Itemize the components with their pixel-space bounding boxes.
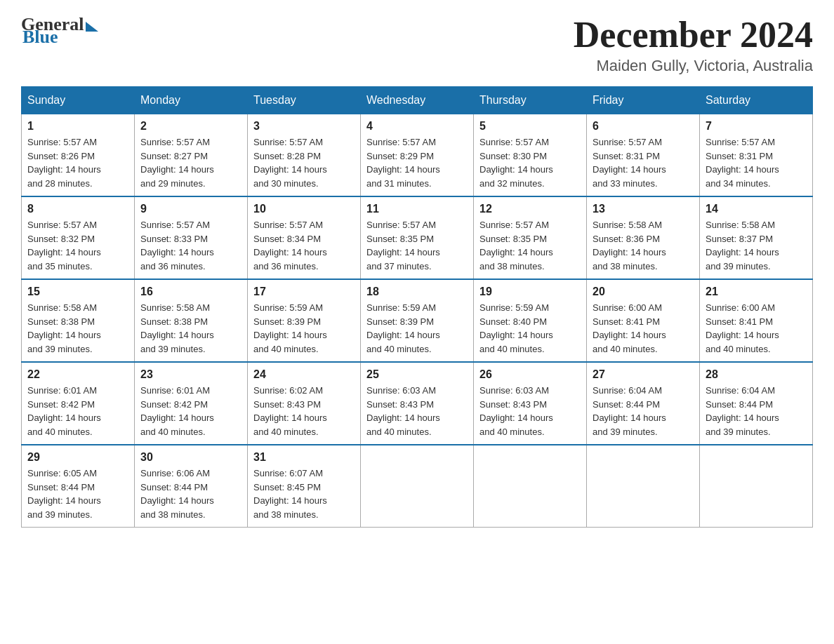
day-number-6: 6 [593, 120, 694, 133]
calendar-table: SundayMondayTuesdayWednesdayThursdayFrid… [21, 86, 813, 528]
day-cell-4: 4Sunrise: 5:57 AMSunset: 8:29 PMDaylight… [361, 114, 474, 197]
day-info-2: Sunrise: 5:57 AMSunset: 8:27 PMDaylight:… [140, 135, 241, 190]
day-info-3: Sunrise: 5:57 AMSunset: 8:28 PMDaylight:… [253, 135, 355, 190]
header-wednesday: Wednesday [361, 87, 474, 114]
day-cell-28: 28Sunrise: 6:04 AMSunset: 8:44 PMDayligh… [700, 362, 813, 445]
day-number-14: 14 [706, 203, 807, 215]
day-cell-27: 27Sunrise: 6:04 AMSunset: 8:44 PMDayligh… [587, 362, 700, 445]
day-number-16: 16 [140, 286, 241, 298]
logo: General Blue [21, 14, 98, 48]
day-info-14: Sunrise: 5:58 AMSunset: 8:37 PMDaylight:… [706, 218, 807, 273]
day-info-13: Sunrise: 5:58 AMSunset: 8:36 PMDaylight:… [593, 218, 694, 273]
day-number-5: 5 [479, 120, 581, 133]
title-area: December 2024 Maiden Gully, Victoria, Au… [574, 14, 813, 75]
header-monday: Monday [135, 87, 248, 114]
calendar-week-1: 1Sunrise: 5:57 AMSunset: 8:26 PMDaylight… [22, 114, 813, 197]
empty-cell [361, 445, 474, 528]
day-number-4: 4 [366, 120, 468, 133]
day-number-22: 22 [27, 368, 128, 381]
day-cell-31: 31Sunrise: 6:07 AMSunset: 8:45 PMDayligh… [248, 445, 361, 528]
day-number-31: 31 [253, 451, 355, 464]
calendar-header-row: SundayMondayTuesdayWednesdayThursdayFrid… [22, 87, 813, 114]
day-number-28: 28 [706, 368, 807, 381]
empty-cell [587, 445, 700, 528]
day-info-27: Sunrise: 6:04 AMSunset: 8:44 PMDaylight:… [593, 384, 694, 438]
day-number-9: 9 [140, 203, 241, 215]
day-cell-10: 10Sunrise: 5:57 AMSunset: 8:34 PMDayligh… [248, 196, 361, 279]
day-cell-11: 11Sunrise: 5:57 AMSunset: 8:35 PMDayligh… [361, 196, 474, 279]
day-cell-14: 14Sunrise: 5:58 AMSunset: 8:37 PMDayligh… [700, 196, 813, 279]
empty-cell [474, 445, 587, 528]
month-title: December 2024 [574, 14, 813, 55]
calendar-week-4: 22Sunrise: 6:01 AMSunset: 8:42 PMDayligh… [22, 362, 813, 445]
day-info-23: Sunrise: 6:01 AMSunset: 8:42 PMDaylight:… [140, 384, 241, 438]
header-friday: Friday [587, 87, 700, 114]
day-number-30: 30 [140, 451, 241, 464]
day-cell-16: 16Sunrise: 5:58 AMSunset: 8:38 PMDayligh… [135, 279, 248, 362]
day-cell-12: 12Sunrise: 5:57 AMSunset: 8:35 PMDayligh… [474, 196, 587, 279]
day-cell-30: 30Sunrise: 6:06 AMSunset: 8:44 PMDayligh… [135, 445, 248, 528]
day-number-26: 26 [479, 368, 581, 381]
day-info-26: Sunrise: 6:03 AMSunset: 8:43 PMDaylight:… [479, 384, 581, 438]
day-info-30: Sunrise: 6:06 AMSunset: 8:44 PMDaylight:… [140, 467, 241, 521]
page-header: General Blue December 2024 Maiden Gully,… [21, 14, 813, 75]
day-info-31: Sunrise: 6:07 AMSunset: 8:45 PMDaylight:… [253, 467, 355, 521]
day-number-11: 11 [366, 203, 468, 215]
day-number-10: 10 [253, 203, 355, 215]
day-info-4: Sunrise: 5:57 AMSunset: 8:29 PMDaylight:… [366, 135, 468, 190]
empty-cell [700, 445, 813, 528]
day-number-12: 12 [479, 203, 581, 215]
day-info-25: Sunrise: 6:03 AMSunset: 8:43 PMDaylight:… [366, 384, 468, 438]
day-cell-9: 9Sunrise: 5:57 AMSunset: 8:33 PMDaylight… [135, 196, 248, 279]
day-cell-23: 23Sunrise: 6:01 AMSunset: 8:42 PMDayligh… [135, 362, 248, 445]
day-cell-21: 21Sunrise: 6:00 AMSunset: 8:41 PMDayligh… [700, 279, 813, 362]
day-cell-22: 22Sunrise: 6:01 AMSunset: 8:42 PMDayligh… [22, 362, 135, 445]
day-number-8: 8 [27, 203, 128, 215]
day-info-18: Sunrise: 5:59 AMSunset: 8:39 PMDaylight:… [366, 301, 468, 356]
day-cell-2: 2Sunrise: 5:57 AMSunset: 8:27 PMDaylight… [135, 114, 248, 197]
day-info-15: Sunrise: 5:58 AMSunset: 8:38 PMDaylight:… [27, 301, 128, 356]
day-cell-6: 6Sunrise: 5:57 AMSunset: 8:31 PMDaylight… [587, 114, 700, 197]
day-info-9: Sunrise: 5:57 AMSunset: 8:33 PMDaylight:… [140, 218, 241, 273]
day-info-8: Sunrise: 5:57 AMSunset: 8:32 PMDaylight:… [27, 218, 128, 273]
day-info-16: Sunrise: 5:58 AMSunset: 8:38 PMDaylight:… [140, 301, 241, 356]
header-thursday: Thursday [474, 87, 587, 114]
day-number-2: 2 [140, 120, 241, 133]
day-number-23: 23 [140, 368, 241, 381]
day-info-24: Sunrise: 6:02 AMSunset: 8:43 PMDaylight:… [253, 384, 355, 438]
day-number-15: 15 [27, 286, 128, 298]
logo-arrow-icon [86, 22, 98, 32]
day-cell-26: 26Sunrise: 6:03 AMSunset: 8:43 PMDayligh… [474, 362, 587, 445]
day-info-29: Sunrise: 6:05 AMSunset: 8:44 PMDaylight:… [27, 467, 128, 521]
calendar-week-2: 8Sunrise: 5:57 AMSunset: 8:32 PMDaylight… [22, 196, 813, 279]
day-number-19: 19 [479, 286, 581, 298]
day-number-27: 27 [593, 368, 694, 381]
day-cell-8: 8Sunrise: 5:57 AMSunset: 8:32 PMDaylight… [22, 196, 135, 279]
day-cell-3: 3Sunrise: 5:57 AMSunset: 8:28 PMDaylight… [248, 114, 361, 197]
day-number-29: 29 [27, 451, 128, 464]
day-cell-5: 5Sunrise: 5:57 AMSunset: 8:30 PMDaylight… [474, 114, 587, 197]
day-cell-25: 25Sunrise: 6:03 AMSunset: 8:43 PMDayligh… [361, 362, 474, 445]
header-sunday: Sunday [22, 87, 135, 114]
day-info-21: Sunrise: 6:00 AMSunset: 8:41 PMDaylight:… [706, 301, 807, 356]
day-info-7: Sunrise: 5:57 AMSunset: 8:31 PMDaylight:… [706, 135, 807, 190]
day-cell-18: 18Sunrise: 5:59 AMSunset: 8:39 PMDayligh… [361, 279, 474, 362]
location-title: Maiden Gully, Victoria, Australia [574, 57, 813, 75]
day-cell-24: 24Sunrise: 6:02 AMSunset: 8:43 PMDayligh… [248, 362, 361, 445]
header-tuesday: Tuesday [248, 87, 361, 114]
day-number-18: 18 [366, 286, 468, 298]
day-number-7: 7 [706, 120, 807, 133]
day-number-20: 20 [593, 286, 694, 298]
day-cell-15: 15Sunrise: 5:58 AMSunset: 8:38 PMDayligh… [22, 279, 135, 362]
day-cell-17: 17Sunrise: 5:59 AMSunset: 8:39 PMDayligh… [248, 279, 361, 362]
day-number-3: 3 [253, 120, 355, 133]
day-number-24: 24 [253, 368, 355, 381]
day-info-11: Sunrise: 5:57 AMSunset: 8:35 PMDaylight:… [366, 218, 468, 273]
day-info-5: Sunrise: 5:57 AMSunset: 8:30 PMDaylight:… [479, 135, 581, 190]
logo-blue-text: Blue [22, 27, 58, 48]
day-cell-1: 1Sunrise: 5:57 AMSunset: 8:26 PMDaylight… [22, 114, 135, 197]
day-info-28: Sunrise: 6:04 AMSunset: 8:44 PMDaylight:… [706, 384, 807, 438]
header-saturday: Saturday [700, 87, 813, 114]
day-info-20: Sunrise: 6:00 AMSunset: 8:41 PMDaylight:… [593, 301, 694, 356]
day-info-1: Sunrise: 5:57 AMSunset: 8:26 PMDaylight:… [27, 135, 128, 190]
